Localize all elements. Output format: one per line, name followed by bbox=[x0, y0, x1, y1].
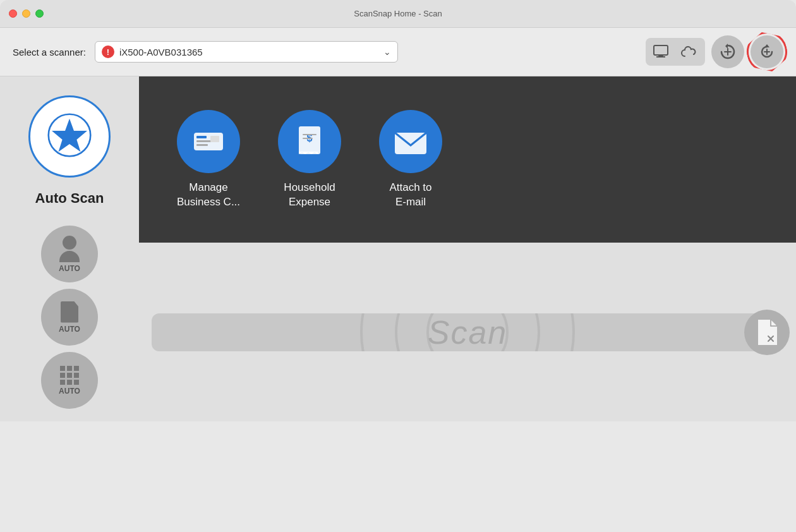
action-label-2: HouseholdExpense bbox=[284, 181, 335, 209]
svg-rect-15 bbox=[210, 136, 219, 142]
svg-rect-13 bbox=[196, 140, 212, 142]
top-right-buttons bbox=[646, 35, 783, 68]
scan-area[interactable]: Scan bbox=[152, 313, 783, 351]
chevron-down-icon: ⌄ bbox=[383, 47, 391, 57]
auto-scan-label: Auto Scan bbox=[35, 190, 104, 207]
title-bar: ScanSnap Home - Scan bbox=[0, 0, 796, 28]
svg-rect-12 bbox=[196, 136, 207, 138]
scan-label: Scan bbox=[428, 313, 508, 351]
cloud-view-button[interactable] bbox=[676, 40, 703, 63]
document-icon bbox=[756, 318, 778, 346]
content-area: Auto Scan AUTO AUTO bbox=[0, 76, 796, 421]
add-profile-icon bbox=[719, 43, 737, 61]
sidebar: Auto Scan AUTO AUTO bbox=[0, 76, 139, 421]
action-attach-email[interactable]: Attach toE-mail bbox=[360, 110, 461, 209]
svg-rect-18 bbox=[303, 134, 317, 135]
refresh-button[interactable] bbox=[751, 35, 783, 68]
view-toggle-group bbox=[646, 38, 705, 66]
action-label-1: ManageBusiness C... bbox=[177, 181, 240, 209]
maximize-button[interactable] bbox=[35, 9, 44, 18]
scan-area-wrapper: Scan bbox=[139, 243, 796, 421]
scanner-name: iX500-A0VB031365 bbox=[119, 47, 378, 57]
profile-2-label: AUTO bbox=[59, 325, 80, 334]
document-button[interactable] bbox=[744, 310, 790, 355]
action-circle-3 bbox=[379, 110, 442, 173]
profile-3-label: AUTO bbox=[59, 387, 80, 396]
cloud-icon bbox=[680, 45, 698, 59]
action-household-expense[interactable]: $ HouseholdExpense bbox=[259, 110, 360, 209]
action-manage-business[interactable]: ManageBusiness C... bbox=[158, 110, 259, 209]
svg-marker-3 bbox=[725, 44, 728, 49]
star-icon bbox=[47, 113, 92, 160]
refresh-icon bbox=[758, 43, 776, 61]
auto-scan-button[interactable] bbox=[28, 95, 111, 178]
action-circle-1 bbox=[177, 110, 240, 173]
profile-button-2[interactable]: AUTO bbox=[41, 289, 98, 346]
scan-area-inner: Scan bbox=[152, 313, 783, 351]
window-title: ScanSnap Home - Scan bbox=[354, 9, 442, 18]
profile-button-1[interactable]: AUTO bbox=[41, 226, 98, 282]
document-icon bbox=[61, 301, 78, 323]
warning-icon: ! bbox=[102, 45, 114, 58]
top-controls: Select a scanner: ! iX500-A0VB031365 ⌄ bbox=[0, 28, 796, 76]
receipt-icon: $ bbox=[294, 124, 325, 159]
grid-icon bbox=[60, 366, 79, 385]
profile-buttons: AUTO AUTO AUTO bbox=[41, 226, 98, 409]
close-button[interactable] bbox=[9, 9, 17, 18]
computer-view-button[interactable] bbox=[648, 40, 675, 63]
minimize-button[interactable] bbox=[22, 9, 30, 18]
svg-marker-6 bbox=[764, 44, 769, 47]
business-card-icon bbox=[191, 128, 226, 155]
scanner-dropdown[interactable]: ! iX500-A0VB031365 ⌄ bbox=[95, 41, 398, 63]
scanner-label: Select a scanner: bbox=[13, 47, 86, 57]
add-profile-button[interactable] bbox=[711, 35, 744, 68]
right-area: ManageBusiness C... $ HouseholdExpense bbox=[139, 76, 796, 421]
svg-rect-14 bbox=[196, 144, 208, 146]
action-label-3: Attach toE-mail bbox=[389, 181, 431, 209]
profile-1-label: AUTO bbox=[59, 264, 80, 273]
person-icon bbox=[59, 236, 80, 262]
computer-icon bbox=[653, 45, 670, 59]
svg-rect-19 bbox=[303, 138, 313, 139]
scan-area-container: Scan bbox=[152, 313, 783, 351]
profile-button-3[interactable]: AUTO bbox=[41, 352, 98, 409]
action-bar: ManageBusiness C... $ HouseholdExpense bbox=[139, 76, 796, 243]
email-icon bbox=[392, 128, 429, 155]
action-circle-2: $ bbox=[278, 110, 341, 173]
window-controls bbox=[9, 9, 44, 18]
svg-rect-0 bbox=[654, 45, 668, 55]
